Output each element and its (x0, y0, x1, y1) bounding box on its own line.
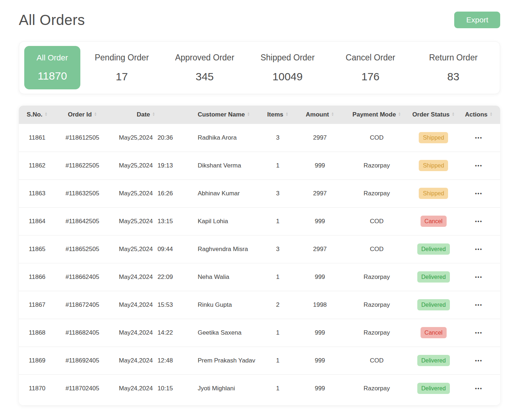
cell-order-id: #118682405 (55, 319, 109, 347)
customer-name-value: Geetika Saxena (198, 329, 241, 336)
customer-name-value: Radhika Arora (198, 134, 237, 141)
table-row: 11870 #118702405 May24,202410:15 Jyoti M… (19, 374, 500, 402)
cell-amount: 999 (296, 319, 344, 347)
orders-table-header: S.No.▲▼ Order Id▲▼ Date▲▼ Customer Name▲… (19, 106, 500, 124)
date-value: May24,2024 (119, 329, 153, 336)
table-row: 11868 #118682405 May24,202414:22 Geetika… (19, 319, 500, 347)
status-badge: Delivered (417, 243, 450, 255)
date-value: May25,2024 (119, 246, 153, 253)
column-header-order-status[interactable]: Order Status▲▼ (410, 106, 457, 124)
summary-tab-value: 17 (116, 71, 128, 83)
column-header-items[interactable]: Items▲▼ (260, 106, 296, 124)
date-value: May25,2024 (119, 190, 153, 197)
status-badge: Delivered (417, 383, 450, 394)
column-header-s-no[interactable]: S.No.▲▼ (19, 106, 55, 124)
amount-value: 2997 (313, 134, 327, 141)
cell-order-status: Cancel (410, 207, 457, 235)
time-value: 20:36 (157, 134, 173, 141)
cell-payment-mode: COD (344, 207, 410, 235)
cell-customer-name: Rinku Gupta (182, 291, 260, 319)
date-time: May25,202419:13 (119, 162, 173, 169)
items-value: 3 (276, 134, 279, 141)
time-value: 12:48 (157, 357, 173, 364)
cell-customer-name: Dikshant Verma (182, 152, 260, 179)
cell-order-id: #118622505 (55, 152, 109, 179)
payment-mode-value: Razorpay (363, 162, 390, 169)
column-header-actions[interactable]: Actions▲▼ (457, 106, 500, 124)
row-actions-button[interactable]: ••• (473, 384, 484, 393)
cell-actions: ••• (457, 263, 500, 291)
cell-payment-mode: Razorpay (344, 179, 410, 207)
row-actions-button[interactable]: ••• (473, 189, 484, 198)
status-badge: Delivered (417, 299, 450, 310)
order-id-value: #118622505 (66, 162, 99, 169)
row-actions-button[interactable]: ••• (473, 356, 484, 365)
cell-actions: ••• (457, 124, 500, 152)
row-actions-button[interactable]: ••• (473, 300, 484, 310)
column-header-amount[interactable]: Amount▲▼ (296, 106, 344, 124)
time-value: 09:44 (157, 246, 173, 253)
cell-amount: 999 (296, 374, 344, 402)
payment-mode-value: Razorpay (363, 273, 390, 280)
orders-table-card: S.No.▲▼ Order Id▲▼ Date▲▼ Customer Name▲… (19, 106, 500, 405)
sno-value: 11866 (29, 273, 46, 280)
row-actions-button[interactable]: ••• (473, 328, 484, 338)
sno-value: 11869 (29, 357, 46, 364)
cell-date: May25,202413:15 (109, 207, 182, 235)
summary-tab-pending-order[interactable]: Pending Order 17 (80, 53, 163, 83)
date-value: May24,2024 (119, 385, 153, 392)
summary-tab-label: Approved Order (175, 53, 235, 63)
time-value: 13:15 (157, 218, 173, 225)
cell-sno: 11869 (19, 347, 55, 374)
cell-order-status: Delivered (410, 347, 457, 374)
sno-value: 11870 (29, 385, 46, 392)
customer-name-value: Jyoti Mighlani (198, 385, 235, 392)
amount-value: 999 (315, 162, 325, 169)
cell-items: 1 (260, 207, 296, 235)
row-actions-button[interactable]: ••• (473, 272, 484, 282)
cell-sno: 11867 (19, 291, 55, 319)
row-actions-button[interactable]: ••• (473, 133, 484, 143)
cell-customer-name: Abhinav Kumar (182, 179, 260, 207)
row-actions-button[interactable]: ••• (473, 217, 484, 226)
status-badge: Cancel (421, 327, 447, 338)
cell-customer-name: Jyoti Mighlani (182, 374, 260, 402)
cell-date: May25,202416:26 (109, 179, 182, 207)
export-button[interactable]: Export (454, 12, 500, 28)
status-badge: Shipped (419, 160, 448, 171)
cell-payment-mode: Razorpay (344, 319, 410, 347)
row-actions-button[interactable]: ••• (473, 245, 484, 254)
cell-date: May24,202414:22 (109, 319, 182, 347)
cell-payment-mode: Razorpay (344, 263, 410, 291)
date-value: May24,2024 (119, 301, 153, 309)
summary-tab-cancel-order[interactable]: Cancel Order 176 (329, 53, 412, 83)
amount-value: 999 (315, 385, 325, 392)
summary-tab-approved-order[interactable]: Approved Order 345 (163, 53, 246, 83)
cell-customer-name: Geetika Saxena (182, 319, 260, 347)
order-id-value: #118632505 (66, 190, 99, 197)
cell-payment-mode: Razorpay (344, 374, 410, 402)
items-value: 3 (276, 190, 279, 197)
column-header-payment-mode[interactable]: Payment Mode▲▼ (344, 106, 410, 124)
date-time: May24,202410:15 (119, 385, 173, 392)
cell-items: 3 (260, 124, 296, 152)
summary-tab-value: 176 (361, 71, 379, 83)
time-value: 14:22 (157, 329, 173, 336)
cell-actions: ••• (457, 207, 500, 235)
table-row: 11864 #118642505 May25,202413:15 Kapil L… (19, 207, 500, 235)
items-value: 2 (276, 301, 279, 308)
time-value: 15:53 (157, 301, 173, 309)
sort-arrows-icon: ▲▼ (45, 112, 47, 116)
date-time: May24,202415:53 (119, 301, 173, 309)
column-header-date[interactable]: Date▲▼ (109, 106, 182, 124)
table-row: 11867 #118672405 May24,202415:53 Rinku G… (19, 291, 500, 319)
summary-tab-all-order[interactable]: All Order 11870 (24, 46, 80, 89)
column-header-label: Actions (465, 111, 488, 118)
column-header-customer-name[interactable]: Customer Name▲▼ (182, 106, 260, 124)
summary-tab-return-order[interactable]: Return Order 83 (412, 53, 495, 83)
date-time: May24,202412:48 (119, 357, 173, 364)
summary-tab-shipped-order[interactable]: Shipped Order 10049 (246, 53, 329, 83)
column-header-order-id[interactable]: Order Id▲▼ (55, 106, 109, 124)
items-value: 1 (276, 273, 279, 280)
row-actions-button[interactable]: ••• (473, 161, 484, 170)
